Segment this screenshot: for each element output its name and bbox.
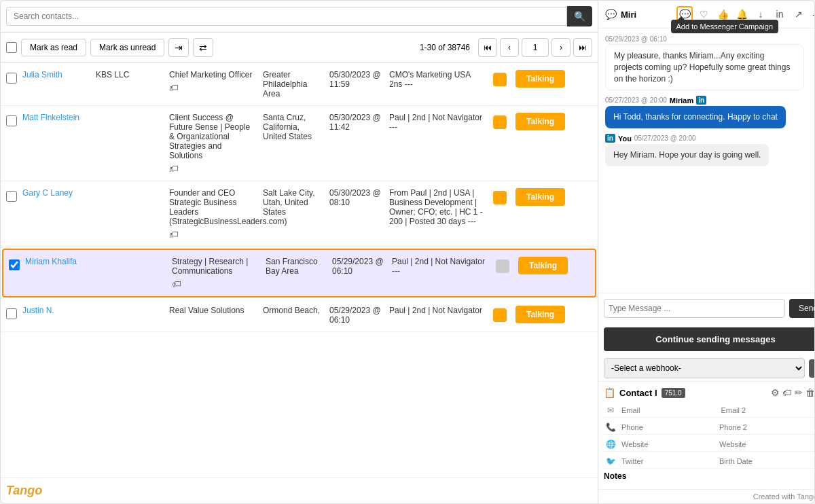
contact-date: 05/30/2023 @ 11:42 [329,113,384,132]
email-icon: ✉ [604,406,617,415]
last-page-button[interactable]: ⏭ [573,38,592,57]
contact-panel-title: Contact I [619,388,657,398]
page-input[interactable]: 1 [522,38,549,57]
talking-button[interactable]: Talking [515,70,565,88]
table-row: Miriam Khalifa Strategy | Research | Com… [2,249,596,298]
webhook-select[interactable]: -Select a webhook- [604,358,805,378]
message-input[interactable] [604,299,785,318]
message-block-1: 05/29/2023 @ 06:10 My pleasure, thanks M… [605,35,815,90]
table-row: Justin N. Real Value Solutions Ormond Be… [1,299,598,332]
contact-action: Talking [515,188,565,206]
search-input[interactable] [6,7,567,26]
contact-location: Santa Cruz, California, United States [263,113,324,141]
next-page-button[interactable]: › [551,38,570,57]
message-sender-row-2: 05/27/2023 @ 20:00 Miriam in [605,96,815,105]
message-sender-2: Miriam [670,96,693,105]
linkedin-icon-3: in [605,134,615,143]
pagination: 1-30 of 38746 ⏮ ‹ 1 › ⏭ [420,38,592,57]
contact-panel-icon: 📋 [604,387,615,398]
prev-page-button[interactable]: ‹ [500,38,519,57]
email-field[interactable] [621,406,717,414]
contact-tag-button[interactable]: 🏷 [782,387,792,398]
chat-input-area: Send [598,293,815,323]
contact-edit-button[interactable]: ✏ [795,387,803,398]
contact-name-link[interactable]: Miriam Khalifa [25,257,77,266]
contacts-panel: 🔍 Mark as read Mark as unread ⇥ ⇄ 1-30 o… [1,1,598,503]
contact-name: Matt Finkelstein [22,113,90,122]
row-checkbox[interactable] [6,115,17,126]
contacts-table: Julia Smith KBS LLC Chief Marketing Offi… [1,63,598,478]
message-date-3: 05/27/2023 @ 20:00 [634,134,696,142]
contact-name-link[interactable]: Justin N. [22,306,54,315]
message-bubble-3: Hey Miriam. Hope your day is going well. [605,144,769,166]
talking-button[interactable]: Talking [515,306,565,323]
footer-right: Created with Tango.us [598,489,815,503]
contact-title: Client Success @ Future Sense | People &… [169,113,257,174]
mark-read-button[interactable]: Mark as read [21,39,86,56]
email-field-row: ✉ ✉ [604,403,815,418]
contact-message: CMO's Marketing USA 2ns --- [389,70,484,89]
contact-name-link[interactable]: Julia Smith [22,70,62,79]
webhook-shuffle-button[interactable]: ⇄ [809,359,815,378]
phone-icon: 📞 [604,422,617,432]
row-checkbox[interactable] [6,191,17,202]
phone2-field[interactable] [719,423,813,431]
contact-location: Salt Lake City, Utah, United States [263,188,324,217]
talking-button[interactable]: Talking [518,257,568,274]
contact-status-dot [490,306,510,322]
select-all-checkbox[interactable] [6,42,17,53]
contact-date: 05/30/2023 @ 11:59 [329,70,384,89]
contact-name-link[interactable]: Matt Finkelstein [22,113,79,122]
continue-sending-button[interactable]: Continue sending messages [604,327,815,351]
twitter-field-row: 🐦 👤 [604,454,815,469]
chat-contact-name: Miri [621,10,636,20]
contact-message: Paul | 2nd | Not Navigator --- [389,113,484,132]
website-field[interactable] [621,440,715,448]
contact-date: 05/30/2023 @ 08:10 [329,188,384,207]
contact-settings-button[interactable]: ⚙ [771,387,780,398]
messenger-campaign-tooltip: Add to Messenger Campaign [671,20,778,33]
phone-field[interactable] [621,423,715,431]
mark-unread-button[interactable]: Mark as unread [90,39,164,56]
footer: Tango [1,478,598,503]
website-field-row: 🌐 🌐 [604,437,815,452]
talking-button[interactable]: Talking [515,188,565,206]
share-icon-button[interactable]: ↗ [791,6,807,22]
contact-title: Real Value Solutions [169,306,257,315]
minimize-icon-button[interactable]: — [810,6,815,22]
chat-header: 💬 Miri 💬 ♡ 👍 🔔 ↓ in ↗ — Add to Messenger… [598,1,815,29]
chat-bubble-icon: 💬 [605,9,617,20]
contact-name-link[interactable]: Gary C Laney [22,188,73,198]
message-date-2: 05/27/2023 @ 20:00 [605,96,667,104]
row-checkbox[interactable] [6,308,17,319]
right-panel: 💬 Miri 💬 ♡ 👍 🔔 ↓ in ↗ — Add to Messenger… [598,1,815,503]
email2-field[interactable] [721,406,816,414]
created-with-label: Created with Tango.us [753,492,815,501]
contact-name: Justin N. [22,306,90,315]
contact-title: Strategy | Research | Communications 🏷 [172,257,260,289]
contact-action: Talking [515,113,565,130]
contact-panel-header: 📋 Contact I 751.0 ⚙ 🏷 ✏ 🗑 — [604,387,815,398]
contact-company: KBS LLC [96,70,164,79]
table-row: Matt Finkelstein Client Success @ Future… [1,106,598,181]
row-checkbox[interactable] [9,259,20,270]
contact-status-dot [490,70,510,86]
message-block-2: 05/27/2023 @ 20:00 Miriam in Hi Todd, th… [605,96,815,128]
website2-field[interactable] [719,440,813,448]
first-page-button[interactable]: ⏮ [478,38,497,57]
contact-location: Greater Philadelphia Area [263,70,324,98]
contact-name: Julia Smith [22,70,90,79]
search-button[interactable]: 🔍 [567,6,592,26]
row-checkbox[interactable] [6,73,17,84]
shuffle-icon-button[interactable]: ⇄ [193,38,213,57]
contact-name: Miriam Khalifa [25,257,93,266]
export-icon-button[interactable]: ⇥ [168,38,189,57]
talking-button[interactable]: Talking [515,113,565,130]
twitter-field[interactable] [621,457,715,465]
contact-status-dot [490,113,510,129]
table-row: Gary C Laney Founder and CEO Strategic B… [1,181,598,247]
contact-status-dot [492,257,513,273]
contact-delete-button[interactable]: 🗑 [805,387,815,398]
birthdate-field[interactable] [719,457,813,465]
send-button[interactable]: Send [789,299,815,318]
